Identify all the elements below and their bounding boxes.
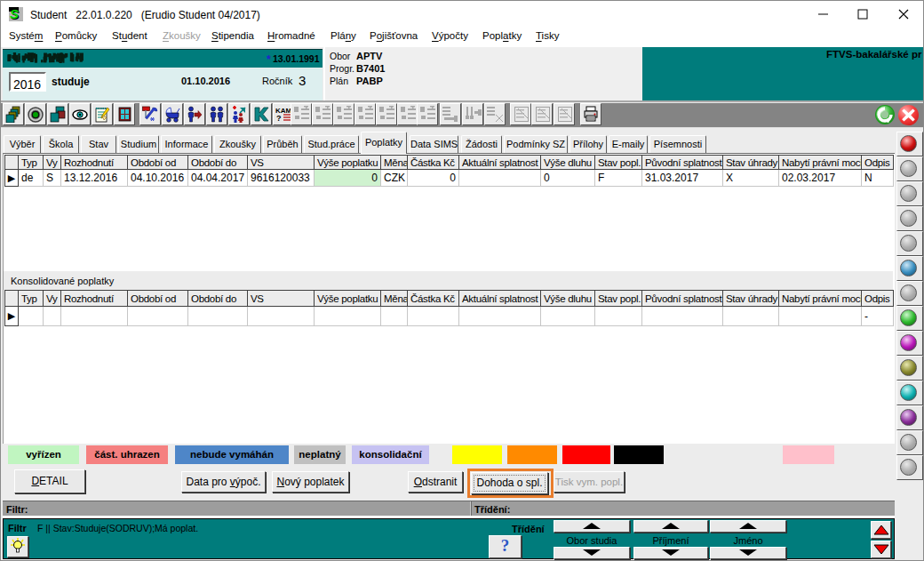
svg-text:?: ? [276, 114, 282, 123]
